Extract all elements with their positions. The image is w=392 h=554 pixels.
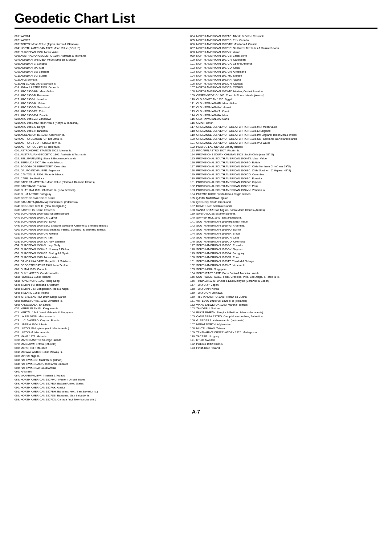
entry-desc: : Greece — [48, 232, 58, 235]
entry-code: ASTRO POS 71/4 — [20, 145, 42, 148]
entry-desc: : Bahrain Is. — [42, 82, 57, 85]
entry-number: 152: — [190, 264, 196, 267]
list-item: 030: ASTRONOMIC STATION 1952: Marcus Is. — [15, 149, 185, 153]
entry-code: EUROPEAN 1950-PS — [21, 252, 47, 255]
list-item: 055: EUROPEAN 1950-NF: Norway & Finland — [15, 248, 185, 252]
entry-code: SOUTH AMERICAN 1969CH — [196, 236, 232, 239]
list-item: 047: EUROPEAN 1950-CY: Cyprus — [15, 216, 185, 220]
entry-desc: : Alaska — [231, 78, 241, 81]
list-item: 149: SOUTH AMERICAN 1969PA: Paraguay — [190, 252, 377, 256]
entry-desc: : Brunei & East Malaysia (Sarawak & Saba… — [216, 279, 270, 282]
entry-desc: : Guam Is. — [36, 268, 48, 271]
entry-code: NORTH AMERICAN 1927AK — [21, 386, 56, 389]
list-item: 113: OLD HAWAIIAN-KA: Kauai — [190, 110, 377, 114]
entry-code: BELLEVUE (IGN) — [21, 157, 42, 160]
entry-number: 114: — [190, 114, 196, 117]
list-item: 043: DJAKARTA (BATAVIA): Sumatra Is. (In… — [15, 200, 185, 204]
entry-code: Pulkovo 1942 — [196, 342, 213, 346]
entry-desc: : Ecuador — [231, 244, 243, 247]
entry-code: NORTH AMERICAN 1927CN — [21, 398, 56, 401]
list-item: 056: EUROPEAN 1950-PS: Portugal & Spain — [15, 252, 185, 256]
entry-code: MINNA — [21, 354, 29, 358]
entry-code: NORTH AMERICAN 1927CU — [196, 66, 232, 69]
entry-number: 164: — [190, 311, 196, 314]
entry-desc: : Tunisia — [36, 184, 46, 188]
entry-code: ARC 1950-ZR — [20, 110, 37, 113]
entry-desc: : Liberia — [38, 323, 48, 326]
entry-code: EUROPEAN 1950-SA — [21, 240, 47, 243]
entry-number: 068: — [15, 299, 21, 302]
entry-code: SOUTH AMERICAN 1969PA — [196, 252, 231, 255]
entry-number: 038: — [15, 180, 21, 184]
entry-desc: : Columbia — [53, 165, 66, 168]
list-item: 134: PUERTO RICO: Puerto Rico & Virgin I… — [190, 192, 377, 196]
entry-number: 115: — [190, 117, 196, 121]
list-item: 161: VITI LEVU 1916: Viti Levu Is. (Fiji… — [190, 299, 377, 303]
entry-number: 042: — [15, 196, 21, 200]
entry-desc: : Central America — [232, 62, 253, 65]
entry-desc: : Midway Is. — [48, 350, 63, 354]
entry-code: NORTH AMERICAN 1983MX — [196, 90, 232, 93]
entry-desc: : Northwest Territories & Saskatchewan — [232, 46, 279, 50]
entry-number: 013: — [15, 82, 20, 85]
entry-code: CARTHAGE — [21, 184, 36, 188]
entry-desc: : Cayman Brac Is. — [38, 319, 60, 322]
entry-number: 061: — [15, 272, 21, 275]
entry-desc: : Kenya — [36, 125, 45, 129]
entry-desc: : Brazil — [46, 196, 55, 200]
entry-desc: : Botswana — [36, 94, 49, 97]
entry-number: 054: — [15, 244, 21, 247]
entry-desc: : Bangka & Belitung Islands (Indonesia) — [215, 311, 263, 314]
entry-code: EUROPEAN 1950-EIS — [21, 228, 48, 231]
entry-number: 173: — [190, 346, 196, 350]
entry-code: TOKYO KP — [196, 287, 210, 290]
entry-number: 069: — [15, 303, 21, 306]
entry-desc: : Senegal — [37, 70, 49, 73]
entry-number: 018: — [15, 102, 20, 105]
entry-desc: : Colombia — [232, 240, 245, 243]
entry-number: 126: — [190, 161, 196, 164]
list-item: 148: SOUTH AMERICAN 1969GY: Guyana — [190, 248, 377, 252]
entry-code: CAMP AREA ASTRO — [196, 315, 222, 318]
list-item: 063: HONG KONG 1363: Hong Kong — [15, 279, 185, 283]
entry-desc: : Brazil — [231, 232, 240, 235]
entry-code: SOUTH AMERICAN 1969EC — [196, 244, 232, 247]
entry-code: ISTS 073 ASTRO 1969 — [21, 295, 49, 298]
list-item: 038: CAPE CANAVERAL: Mean Value (Florida… — [15, 180, 185, 184]
list-item: 090: NORTH AMERICAN 1927AK: Alaska — [15, 386, 185, 390]
entry-code: SOUTHWEST BASE — [196, 275, 222, 278]
entry-code: PITCAIRN ASTRO 1967 — [196, 149, 226, 152]
entry-desc: : Alberta & British Columbia — [231, 34, 264, 38]
list-item: 165: CAMP AREA ASTRO: Camp Mcmurdo Area,… — [190, 315, 377, 319]
list-item: 156: TIMBALAI 1948: Brunei & East Malays… — [190, 279, 377, 283]
list-item: 116: OMAN: Oman — [190, 121, 377, 125]
entry-code: NORTH AMERICAN 1927CA — [196, 62, 232, 65]
entry-code: EUROPEAN 1950-NF — [21, 248, 47, 251]
entry-code: HERAT NORTH — [196, 323, 216, 326]
entry-code: NAHRWAN-UAE — [21, 362, 41, 366]
list-item: 168: HU-TZU-SHAN: Taiwan — [190, 327, 377, 331]
entry-number: 010: — [15, 70, 20, 73]
list-item: 114: OLD HAWAIIAN-MA: Maui — [190, 114, 377, 118]
list-item: 040: CHATHAM 1971: Chatham Is. (New Zeal… — [15, 188, 185, 192]
list-item: 082: MINNA: Nigeria — [15, 354, 185, 358]
list-item: 145: SOUTH AMERICAN 1969CH: Chile — [190, 236, 377, 240]
list-item: 085: NAHRWAN-SA: Saudi Arabia — [15, 366, 185, 370]
entry-number: 112: — [190, 106, 196, 109]
entry-desc: : Paraguay — [231, 252, 244, 255]
entry-desc: : Guadalcanal Is. — [39, 272, 59, 275]
entry-desc: : Puerto Rico & Virgin Islands — [215, 192, 250, 196]
list-item: 111: OLD HAWAIIAN-MN: Mean Value — [190, 102, 377, 106]
list-item: 135: QATAR NATIONAL: Qatar — [190, 196, 377, 200]
entry-number: 161: — [190, 299, 196, 302]
entry-number: 070: — [15, 307, 21, 310]
entry-code: CHATHAM 1971 — [21, 188, 41, 192]
entry-desc: : Trinidad & Tobago — [230, 260, 254, 263]
entry-code: NORTH AMERICAN 1983CS — [196, 86, 232, 89]
list-item: 096: NORTH AMERICAN 1927MO: Manitoba & O… — [190, 42, 377, 46]
list-item: 059: GEODETIC DATUM 1949: New Zealand — [15, 264, 185, 268]
list-item: 137: ROME 1940: Sardinia Islands — [190, 204, 377, 208]
entry-code: AFG — [20, 78, 26, 81]
entry-desc: : Iran — [46, 236, 53, 239]
entry-desc: : Mindanao Is. — [33, 331, 50, 334]
